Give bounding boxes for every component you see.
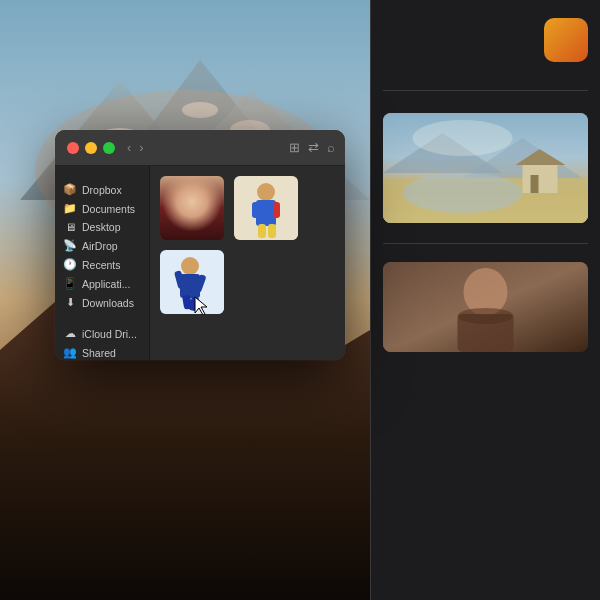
sidebar-label-desktop: Desktop	[82, 221, 121, 233]
sidebar-label-airdrop: AirDrop	[82, 240, 118, 252]
finder-nav-arrows: ‹ ›	[125, 140, 146, 155]
svg-point-16	[180, 224, 204, 240]
shared-icon: 👥	[63, 346, 77, 359]
finder-window: ‹ › ⊞ ⇄ ⌕ 📦 Dropbox 📁 Documents 🖥 Deskto…	[55, 130, 345, 360]
view-options-icon[interactable]: ⊞	[289, 140, 300, 155]
desktop-icon: 🖥	[63, 221, 77, 233]
svg-point-12	[182, 184, 202, 204]
sidebar-item-downloads[interactable]: ⬇ Downloads	[55, 293, 149, 312]
svg-rect-11	[160, 176, 224, 240]
svg-point-39	[403, 173, 523, 213]
svg-rect-20	[252, 202, 259, 218]
documents-icon: 📁	[63, 202, 77, 215]
applications-icon: 📱	[63, 277, 77, 290]
self-portrait-thumbnail[interactable]	[383, 262, 588, 352]
cutout-thumb-3	[160, 250, 224, 314]
svg-point-18	[257, 183, 275, 201]
sidebar-item-dropbox[interactable]: 📦 Dropbox	[55, 180, 149, 199]
finder-titlebar: ‹ › ⊞ ⇄ ⌕	[55, 130, 345, 166]
file-item-2[interactable]	[234, 176, 298, 240]
sidebar-item-recents[interactable]: 🕐 Recents	[55, 255, 149, 274]
divider-1	[383, 90, 588, 91]
finder-sidebar: 📦 Dropbox 📁 Documents 🖥 Desktop 📡 AirDro…	[55, 166, 150, 360]
svg-rect-13	[180, 202, 204, 230]
svg-rect-36	[523, 163, 558, 193]
cutout-thumb-1: 1	[160, 176, 224, 240]
recents-icon: 🕐	[63, 258, 77, 271]
self-portrait-section	[371, 248, 600, 356]
finder-toolbar-icons: ⊞ ⇄ ⌕	[289, 140, 335, 155]
file-item-3[interactable]	[160, 250, 224, 314]
sidebar-label-applications: Applicati...	[82, 278, 130, 290]
fullscreen-button[interactable]	[103, 142, 115, 154]
forward-arrow[interactable]: ›	[137, 140, 145, 155]
svg-rect-38	[531, 175, 539, 193]
dropbox-icon: 📦	[63, 183, 77, 196]
search-icon[interactable]: ⌕	[327, 140, 335, 155]
back-arrow[interactable]: ‹	[125, 140, 133, 155]
sidebar-label-recents: Recents	[82, 259, 121, 271]
painting-thumbnail[interactable]	[383, 113, 588, 223]
divider-2	[383, 243, 588, 244]
sidebar-item-documents[interactable]: 📁 Documents	[55, 199, 149, 218]
share-icon[interactable]: ⇄	[308, 140, 319, 155]
sidebar-item-applications[interactable]: 📱 Applicati...	[55, 274, 149, 293]
sidebar-label-shared: Shared	[82, 347, 116, 359]
item-badge-1: 1	[160, 176, 168, 184]
painting-section-label	[371, 95, 600, 109]
traffic-lights	[67, 142, 115, 154]
file-item-1[interactable]: 1	[160, 176, 224, 240]
sidebar-item-icloud[interactable]: ☁ iCloud Dri...	[55, 324, 149, 343]
sidebar-label-icloud: iCloud Dri...	[82, 328, 137, 340]
svg-rect-21	[273, 202, 280, 218]
sidebar-item-desktop[interactable]: 🖥 Desktop	[55, 218, 149, 236]
cutout-thumb-2	[234, 176, 298, 240]
minimize-button[interactable]	[85, 142, 97, 154]
svg-point-25	[181, 257, 199, 275]
finder-content: 1	[150, 166, 345, 360]
svg-point-40	[413, 120, 513, 156]
svg-rect-22	[258, 224, 266, 238]
svg-point-44	[458, 308, 514, 324]
sidebar-item-airdrop[interactable]: 📡 AirDrop	[55, 236, 149, 255]
icloud-icon: ☁	[63, 327, 77, 340]
sidebar-label-downloads: Downloads	[82, 297, 134, 309]
finder-body: 📦 Dropbox 📁 Documents 🖥 Desktop 📡 AirDro…	[55, 166, 345, 360]
app-label-row	[371, 70, 600, 86]
svg-rect-14	[176, 204, 184, 222]
airdrop-icon: 📡	[63, 239, 77, 252]
close-button[interactable]	[67, 142, 79, 154]
sidebar-label-documents: Documents	[82, 203, 135, 215]
app-icon-row	[371, 10, 600, 70]
sidebar-item-shared[interactable]: 👥 Shared	[55, 343, 149, 360]
painting-section	[371, 109, 600, 239]
sidebar-label-dropbox: Dropbox	[82, 184, 122, 196]
downloads-icon: ⬇	[63, 296, 77, 309]
svg-rect-15	[200, 204, 208, 222]
app-icon[interactable]	[544, 18, 588, 62]
right-panel	[370, 0, 600, 600]
svg-rect-23	[268, 224, 276, 238]
